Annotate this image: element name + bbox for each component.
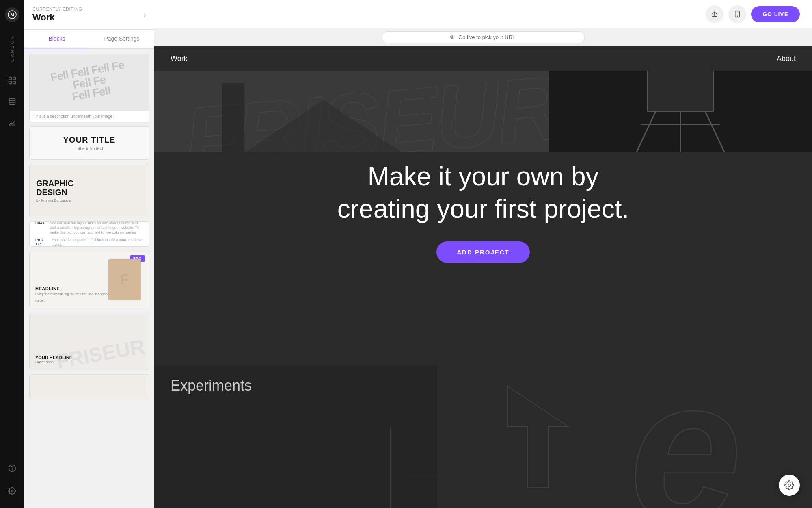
sort-icon-btn[interactable]	[706, 5, 723, 23]
preview-img-easel	[549, 71, 812, 152]
svg-rect-19	[222, 83, 245, 152]
block-friseur[interactable]: FRISEUR YOUR HEADLINE Description	[29, 313, 149, 370]
url-text: Go live to pick your URL.	[458, 34, 517, 40]
currently-editing-label: CURRENTLY EDITING	[32, 7, 82, 11]
tab-page-settings[interactable]: Page Settings	[89, 30, 154, 48]
info-text-1: You can use the layout block as info abo…	[50, 221, 143, 235]
blocks-list: Fell Fell Fell FeFell FeFell Fell This i…	[24, 49, 154, 508]
preview-img-friseur: FRISEUR	[154, 71, 549, 152]
app-logo[interactable]: M	[4, 7, 20, 23]
browser-url-bar: 👁 Go live to pick your URL.	[382, 31, 585, 43]
block-typography-caption: This is a description underneath your im…	[30, 111, 149, 122]
block-graphic-subtitle: by Kristina Bartosova	[36, 198, 73, 202]
mobile-icon-btn[interactable]	[728, 5, 746, 23]
left-sidebar: M CARBON	[0, 0, 24, 508]
site-nav: Work About	[154, 46, 812, 71]
block-partial[interactable]	[29, 374, 149, 399]
info-label-2: PRO TIP	[35, 238, 48, 246]
currently-editing-value: Work	[32, 12, 82, 23]
settings-fab[interactable]	[779, 475, 800, 496]
preview-content: Work About FRISEUR	[154, 46, 812, 508]
add-project-button[interactable]: ADD PROJECT	[436, 241, 530, 263]
svg-point-28	[788, 484, 790, 486]
block-info[interactable]: INFO You can use the layout block as inf…	[29, 221, 149, 247]
svg-text:M: M	[10, 12, 14, 17]
hero-text: Make it your own by creating your first …	[337, 160, 629, 225]
nav-about-link[interactable]: About	[777, 54, 796, 63]
preview-hero: Make it your own by creating your first …	[154, 160, 812, 263]
svg-point-11	[12, 470, 13, 470]
svg-text:e: e	[629, 366, 742, 508]
hero-line2: creating your first project.	[337, 194, 629, 224]
preview-bottom-right: e	[437, 366, 812, 508]
block-typography-preview: Fell Fell Fell FeFell FeFell Fell	[50, 59, 129, 106]
block-title-heading: YOUR TITLE	[63, 135, 116, 145]
svg-rect-26	[648, 71, 713, 111]
svg-rect-5	[13, 81, 15, 84]
svg-rect-3	[13, 77, 15, 80]
settings-icon-btn[interactable]	[3, 482, 21, 500]
go-live-button[interactable]: GO LIVE	[751, 6, 800, 22]
block-graphic-title: GRAPHICDESIGN	[36, 179, 73, 197]
analytics-icon-btn[interactable]	[3, 114, 21, 132]
svg-rect-4	[9, 81, 11, 84]
svg-rect-2	[9, 77, 11, 80]
preview-top-images: FRISEUR	[154, 71, 812, 152]
eye-icon: 👁	[449, 34, 455, 41]
top-bar: GO LIVE	[154, 0, 812, 28]
info-text-2: You can also organize this block to add …	[52, 238, 143, 247]
panel: CURRENTLY EDITING Work › Blocks Page Set…	[24, 0, 154, 508]
block-typography[interactable]: Fell Fell Fell FeFell FeFell Fell This i…	[29, 54, 149, 122]
hero-line1: Make it your own by	[367, 162, 598, 191]
chevron-right-icon[interactable]: ›	[144, 11, 146, 19]
block-graphic-design[interactable]: GRAPHICDESIGN by Kristina Bartosova	[29, 164, 149, 217]
browser-bar: 👁 Go live to pick your URL.	[154, 28, 812, 46]
nav-work-link[interactable]: Work	[171, 54, 188, 63]
preview-bottom-left: Experiments	[154, 366, 437, 508]
block-pro-magazine[interactable]: PRO F HEADLINE Everyone loves this tagli…	[29, 251, 149, 308]
svg-point-12	[11, 490, 13, 492]
layers-icon-btn[interactable]	[3, 93, 21, 111]
block-title[interactable]: YOUR TITLE Little intro text	[29, 126, 149, 160]
info-label-1: INFO	[35, 221, 47, 225]
preview-bottom: Experiments e	[154, 366, 812, 508]
tab-blocks[interactable]: Blocks	[24, 30, 89, 48]
app-name-vertical: CARBON	[10, 35, 15, 62]
experiments-label: Experiments	[171, 377, 252, 394]
block-title-subtitle: Little intro text	[76, 146, 103, 151]
preview-area: 👁 Go live to pick your URL. Work About F…	[154, 28, 812, 508]
help-icon-btn[interactable]	[3, 459, 21, 477]
svg-rect-6	[9, 99, 15, 105]
home-icon-btn[interactable]	[3, 72, 21, 89]
panel-tabs: Blocks Page Settings	[24, 30, 154, 49]
panel-header[interactable]: CURRENTLY EDITING Work ›	[24, 0, 154, 30]
main-area: GO LIVE 👁 Go live to pick your URL. Work…	[154, 0, 812, 508]
